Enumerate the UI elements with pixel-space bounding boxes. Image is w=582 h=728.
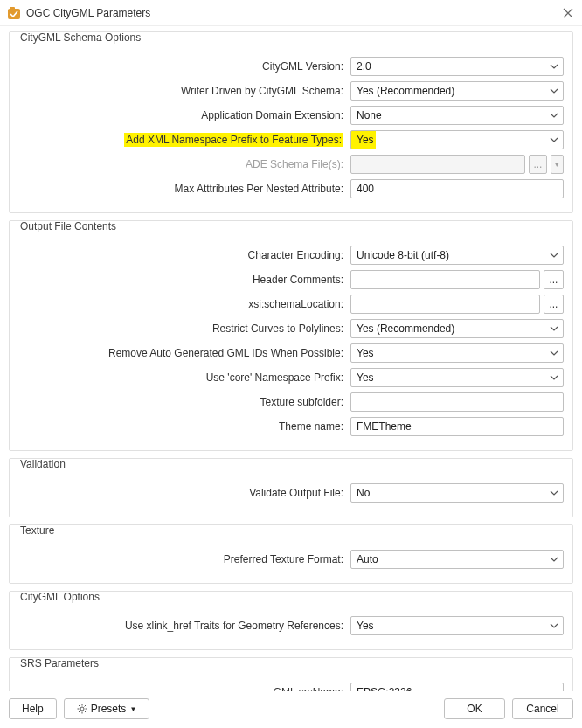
browse-button[interactable]: ... xyxy=(544,295,564,314)
label-citygml-version: CityGML Version: xyxy=(18,60,350,73)
select-xlink-href[interactable] xyxy=(350,616,564,635)
close-icon[interactable] xyxy=(563,8,573,18)
window-title: OGC CityGML Parameters xyxy=(26,7,563,19)
label-validate-output: Validate Output File: xyxy=(18,487,350,499)
group-texture: Texture Preferred Texture Format: xyxy=(9,524,573,584)
presets-button[interactable]: Presets ▼ xyxy=(64,698,150,719)
label-header-comments: Header Comments: xyxy=(18,274,350,286)
label-srs-name: GML srsName: xyxy=(18,686,350,691)
group-title: Output File Contents xyxy=(17,220,120,232)
label-ade: Application Domain Extension: xyxy=(18,109,350,121)
cancel-button[interactable]: Cancel xyxy=(512,698,573,719)
label-core-ns: Use 'core' Namespace Prefix: xyxy=(18,371,350,384)
group-schema-options: CityGML Schema Options CityGML Version: … xyxy=(9,31,573,213)
label-char-encoding: Character Encoding: xyxy=(18,249,350,261)
highlight-ns-label: Add XML Namespace Prefix to Feature Type… xyxy=(124,133,343,147)
help-button[interactable]: Help xyxy=(9,698,57,719)
svg-line-10 xyxy=(79,711,80,712)
label-texture-subfolder: Texture subfolder: xyxy=(18,396,350,408)
label-xlink-href: Use xlink_href Traits for Geometry Refer… xyxy=(18,620,350,632)
gear-icon xyxy=(77,704,87,714)
group-title: SRS Parameters xyxy=(17,657,102,669)
input-texture-subfolder[interactable] xyxy=(350,392,564,412)
dialog-body: CityGML Schema Options CityGML Version: … xyxy=(0,26,582,691)
label-ns-prefix: Add XML Namespace Prefix to Feature Type… xyxy=(18,134,350,146)
select-writer-driven[interactable] xyxy=(350,81,564,101)
input-header-comments[interactable] xyxy=(350,270,540,289)
select-validate-output[interactable] xyxy=(350,483,564,503)
select-ade[interactable] xyxy=(350,106,564,125)
select-citygml-version[interactable] xyxy=(350,57,564,76)
presets-label: Presets xyxy=(91,703,127,715)
label-theme-name: Theme name: xyxy=(18,420,350,433)
input-max-attr[interactable] xyxy=(350,179,564,198)
svg-line-9 xyxy=(84,705,85,706)
label-writer-driven: Writer Driven by CityGML Schema: xyxy=(18,85,350,97)
group-title: Validation xyxy=(17,458,69,470)
input-theme-name[interactable] xyxy=(350,417,564,436)
svg-point-2 xyxy=(80,707,84,711)
ok-label: OK xyxy=(467,703,482,715)
label-restrict-curves: Restrict Curves to Polylines: xyxy=(18,322,350,335)
group-title: CityGML Options xyxy=(17,591,103,603)
ellipsis-icon: ... xyxy=(549,298,558,310)
label-remove-gml-ids: Remove Auto Generated GML IDs When Possi… xyxy=(18,347,350,359)
select-preferred-texture[interactable] xyxy=(350,550,564,569)
window: OGC CityGML Parameters CityGML Schema Op… xyxy=(0,0,582,728)
cancel-label: Cancel xyxy=(526,703,558,715)
input-xsi-schema[interactable] xyxy=(350,295,540,314)
label-preferred-texture: Preferred Texture Format: xyxy=(18,553,350,565)
select-restrict-curves[interactable] xyxy=(350,319,564,338)
group-srs-parameters: SRS Parameters GML srsName: GML SRS Axis… xyxy=(9,657,573,691)
group-validation: Validation Validate Output File: xyxy=(9,458,573,517)
svg-rect-1 xyxy=(10,7,15,10)
svg-rect-0 xyxy=(8,9,20,19)
select-ns-prefix[interactable] xyxy=(350,130,564,149)
svg-line-8 xyxy=(84,711,85,712)
label-max-attr: Max Atttributes Per Nested Attribute: xyxy=(18,183,350,195)
group-title: Texture xyxy=(17,524,58,537)
svg-line-7 xyxy=(79,705,80,706)
titlebar: OGC CityGML Parameters xyxy=(0,0,582,26)
ellipsis-icon: ... xyxy=(533,158,542,170)
chevron-down-icon: ▼ xyxy=(129,705,136,713)
select-remove-gml-ids[interactable] xyxy=(350,343,564,363)
group-title: CityGML Schema Options xyxy=(17,31,144,44)
label-ade-schema-files: ADE Schema File(s): xyxy=(18,158,350,170)
chevron-down-icon: ▾ xyxy=(555,160,559,169)
browse-button: ... xyxy=(529,155,547,174)
select-char-encoding[interactable] xyxy=(350,246,564,265)
ellipsis-icon: ... xyxy=(549,274,558,286)
browse-button[interactable]: ... xyxy=(544,270,564,289)
group-output-contents: Output File Contents Character Encoding:… xyxy=(9,220,573,451)
input-ade-schema-files xyxy=(350,155,525,174)
ok-button[interactable]: OK xyxy=(444,698,505,719)
footer: Help Presets ▼ OK Cancel xyxy=(0,691,582,728)
dropdown-button: ▾ xyxy=(551,155,564,174)
help-label: Help xyxy=(22,703,44,715)
select-core-ns[interactable] xyxy=(350,368,564,387)
app-icon xyxy=(7,6,21,20)
input-srs-name[interactable] xyxy=(350,683,564,691)
label-xsi-schema: xsi:schemaLocation: xyxy=(18,298,350,310)
group-citygml-options: CityGML Options Use xlink_href Traits fo… xyxy=(9,591,573,650)
